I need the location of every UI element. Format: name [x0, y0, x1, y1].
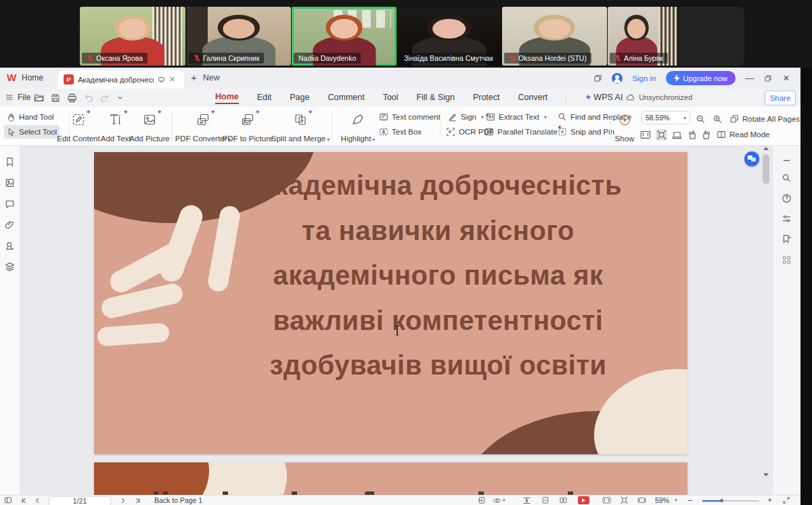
- two-page-view-icon[interactable]: [559, 496, 568, 504]
- participant-video[interactable]: Аліна Буряк: [608, 7, 677, 66]
- close-button[interactable]: ✕: [782, 73, 791, 83]
- new-tab-label[interactable]: New: [203, 73, 220, 82]
- prev-page-button[interactable]: [34, 496, 41, 504]
- thumbnails-panel-icon[interactable]: [5, 178, 15, 188]
- menu-item-comment[interactable]: Comment: [328, 93, 364, 103]
- back-to-page-link[interactable]: Back to Page 1: [154, 496, 202, 504]
- menu-item-fill-sign[interactable]: Fill & Sign: [417, 93, 455, 103]
- add-picture-button[interactable]: ✦ Add Picture: [130, 110, 169, 143]
- add-text-button[interactable]: ✦ Add Text: [100, 110, 131, 143]
- text-box-button[interactable]: Text Box: [376, 125, 424, 139]
- tab-list-icon[interactable]: [593, 74, 602, 82]
- fit-height-icon[interactable]: [522, 496, 531, 504]
- undo-icon[interactable]: [84, 93, 93, 103]
- attachments-panel-icon[interactable]: [5, 220, 15, 230]
- zoom-level-select[interactable]: 58.59% ▾: [641, 111, 690, 124]
- rotate-left-icon[interactable]: [687, 130, 697, 140]
- add-bookmark-icon[interactable]: [782, 234, 792, 244]
- last-page-button[interactable]: [134, 496, 141, 504]
- stamp-panel-icon[interactable]: [5, 241, 15, 251]
- participant-video[interactable]: Зінаїда Василівна Смутчак: [397, 7, 501, 66]
- extract-text-button[interactable]: Extract Text▾: [483, 110, 549, 124]
- pdf-page-2[interactable]: [94, 462, 687, 495]
- pdf-to-picture-button[interactable]: ✦ PDF to Picture: [223, 110, 272, 143]
- actual-size-status-icon[interactable]: [602, 496, 611, 504]
- menu-item-wps-ai[interactable]: ✦WPS AI: [585, 93, 623, 103]
- new-tab-plus-icon[interactable]: +: [191, 74, 197, 82]
- parallel-translate-button[interactable]: Parallel Translate: [482, 125, 560, 139]
- split-and-merge-button[interactable]: ✦ Split and Merge▾: [272, 110, 329, 143]
- single-page-view-icon[interactable]: [541, 496, 549, 504]
- zoom-out-icon[interactable]: [696, 114, 706, 124]
- next-page-button[interactable]: [119, 496, 127, 504]
- menu-item-edit[interactable]: Edit: [257, 93, 272, 103]
- file-menu[interactable]: File: [5, 93, 30, 102]
- highlight-button[interactable]: Highlight▾: [337, 110, 379, 143]
- comments-panel-icon[interactable]: [5, 199, 15, 209]
- vertical-scrollbar-thumb[interactable]: [763, 154, 769, 184]
- help-icon[interactable]: [782, 193, 792, 203]
- actual-size-icon[interactable]: [640, 130, 651, 140]
- menu-item-protect[interactable]: Protect: [473, 93, 500, 103]
- tab-close-icon[interactable]: ✕: [169, 75, 175, 84]
- fit-width-status-icon[interactable]: [637, 496, 646, 504]
- fit-screen-status-icon[interactable]: [620, 496, 629, 504]
- upgrade-now-button[interactable]: Upgrade now: [666, 71, 736, 85]
- zoom-slider[interactable]: [702, 500, 759, 502]
- layers-panel-icon[interactable]: [5, 262, 15, 272]
- zoom-slider-knob[interactable]: [720, 499, 723, 502]
- hand-tool-button[interactable]: Hand Tool: [4, 110, 57, 124]
- edit-content-button[interactable]: ✦ Edit Content: [58, 110, 99, 143]
- zoom-presets-chevron[interactable]: ▾: [675, 496, 677, 504]
- share-button[interactable]: Share: [765, 91, 796, 105]
- menu-item-page[interactable]: Page: [290, 93, 309, 103]
- rotate-all-pages-button[interactable]: Rotate All Pages: [729, 112, 800, 126]
- open-folder-icon[interactable]: [34, 93, 44, 103]
- participant-video[interactable]: Галина Скрипник: [187, 7, 291, 66]
- save-icon[interactable]: [51, 93, 60, 103]
- tab-home[interactable]: Home: [22, 73, 43, 82]
- show-button[interactable]: Show: [613, 110, 636, 143]
- settings-sliders-icon[interactable]: [782, 214, 792, 224]
- zoom-out-minus[interactable]: −: [687, 496, 693, 504]
- side-panel-toggle-icon[interactable]: [4, 496, 12, 504]
- redo-icon[interactable]: [100, 93, 110, 103]
- minimize-button[interactable]: —: [745, 73, 754, 83]
- print-icon[interactable]: [67, 93, 77, 103]
- pdf-page-1[interactable]: Академічна доброчесність та навички якіс…: [94, 152, 687, 454]
- sync-status[interactable]: Unsynchronized: [626, 93, 692, 101]
- snip-pin-button[interactable]: Snip and Pin: [555, 125, 617, 139]
- chevron-down-icon[interactable]: [116, 94, 124, 101]
- fullscreen-icon[interactable]: [782, 496, 790, 504]
- tab-document-active[interactable]: P Академічна доброчесність ✕: [58, 70, 184, 89]
- collapse-panel-icon[interactable]: [782, 155, 792, 166]
- status-zoom-value[interactable]: 59%: [655, 496, 669, 504]
- scrollbar-down-arrow[interactable]: [763, 473, 769, 477]
- view-mode-button[interactable]: ▾: [493, 496, 505, 504]
- apps-grid-icon[interactable]: [782, 255, 792, 265]
- menu-item-tool[interactable]: Tool: [383, 93, 399, 103]
- slideshow-play-button[interactable]: [578, 496, 589, 504]
- sign-in-link[interactable]: Sign in: [632, 74, 656, 82]
- zoom-in-plus[interactable]: +: [767, 496, 772, 504]
- select-tool-button[interactable]: Select Tool: [4, 125, 60, 139]
- participant-video[interactable]: Оксана Ярова: [80, 7, 185, 66]
- rotate-right-icon[interactable]: [702, 130, 712, 140]
- account-avatar[interactable]: [612, 73, 623, 84]
- search-icon[interactable]: [782, 173, 792, 183]
- ai-translate-badge[interactable]: [744, 151, 759, 166]
- fit-width-button[interactable]: [656, 129, 667, 141]
- zoom-in-icon[interactable]: [713, 114, 723, 124]
- export-icon[interactable]: [478, 496, 486, 504]
- participant-video-speaking[interactable]: Nadiia Davydenko: [292, 7, 397, 66]
- restore-button[interactable]: [764, 74, 772, 82]
- bookmarks-panel-icon[interactable]: [5, 157, 15, 167]
- first-page-button[interactable]: [20, 496, 28, 504]
- read-mode-button[interactable]: Read Mode: [717, 128, 769, 141]
- fit-page-icon[interactable]: [672, 130, 682, 140]
- text-comment-button[interactable]: Text comment: [376, 110, 443, 124]
- scrollbar-up-arrow[interactable]: [763, 147, 769, 150]
- menu-item-convert[interactable]: Convert: [518, 93, 548, 103]
- page-indicator-field[interactable]: 1/21: [49, 496, 111, 505]
- menu-item-home[interactable]: Home: [215, 92, 239, 104]
